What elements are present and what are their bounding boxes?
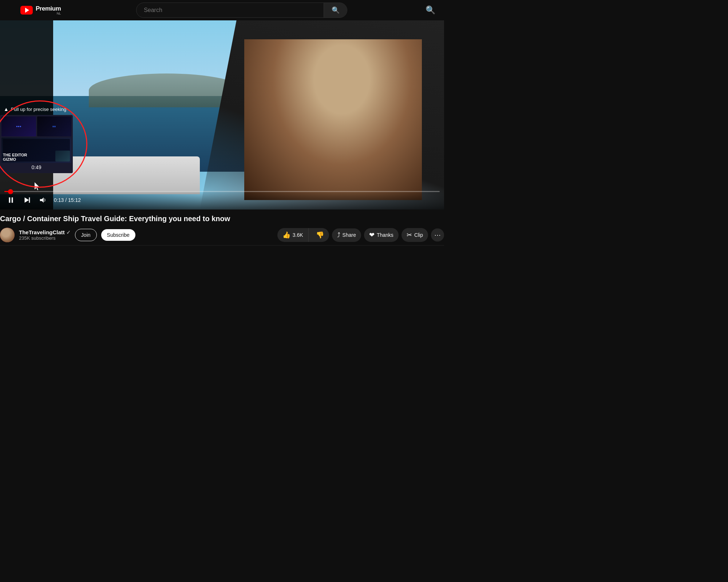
seek-hint-label: Pull up for precise seeking xyxy=(11,107,66,112)
search-input[interactable] xyxy=(136,4,324,16)
channel-info: TheTravelingClatt ✓ 235K subscribers Joi… xyxy=(0,228,274,242)
header: Premium NL 🔍 🔍 xyxy=(0,0,444,20)
search-bar: 🔍 xyxy=(136,3,347,18)
country-code: NL xyxy=(36,12,61,15)
search-button[interactable]: 🔍 xyxy=(324,3,347,17)
more-button[interactable]: ⋯ xyxy=(431,228,444,242)
time-display: 0:13 / 15:12 xyxy=(54,197,81,203)
search-icon: 🔍 xyxy=(426,5,435,15)
seek-thumb-text: THE EDITOR GIZMO xyxy=(3,153,27,162)
volume-button[interactable] xyxy=(36,194,50,207)
verified-icon: ✓ xyxy=(66,230,71,235)
subscribe-button[interactable]: Subscribe xyxy=(101,229,135,241)
share-button[interactable]: ⤴ Share xyxy=(332,228,361,242)
search-icon-button[interactable]: 🔍 xyxy=(423,3,438,18)
clip-icon: ✂ xyxy=(407,231,412,239)
svg-marker-2 xyxy=(25,198,29,203)
search-area: 🔍 xyxy=(67,3,417,18)
video-info: Cargo / Container Ship Travel Guide: Eve… xyxy=(0,210,444,246)
clip-button[interactable]: ✂ Clip xyxy=(401,228,428,242)
next-icon xyxy=(23,196,31,204)
svg-rect-0 xyxy=(9,198,11,203)
seek-hint-text: ▲ Pull up for precise seeking xyxy=(0,105,73,113)
channel-name[interactable]: TheTravelingClatt ✓ xyxy=(19,229,71,235)
logo[interactable]: Premium NL xyxy=(20,5,61,15)
clip-label: Clip xyxy=(414,232,423,238)
pause-icon xyxy=(7,196,15,204)
volume-icon xyxy=(39,196,47,204)
subscriber-count: 235K subscribers xyxy=(19,235,71,241)
thanks-button[interactable]: ❤ Thanks xyxy=(364,228,399,242)
brand-name: Premium xyxy=(36,5,61,12)
pause-button[interactable] xyxy=(4,194,17,207)
channel-name-text: TheTravelingClatt xyxy=(19,229,65,235)
video-actions: TheTravelingClatt ✓ 235K subscribers Joi… xyxy=(0,228,444,242)
youtube-logo-icon xyxy=(20,6,33,15)
share-icon: ⤴ xyxy=(337,231,340,239)
svg-marker-4 xyxy=(40,198,44,203)
seek-thumb-2: ■■ xyxy=(37,116,72,136)
thanks-icon: ❤ xyxy=(369,231,375,239)
join-button[interactable]: Join xyxy=(75,229,97,241)
seek-thumb-gizmo: GIZMO xyxy=(3,157,27,162)
total-time: 15:12 xyxy=(68,197,81,203)
more-icon: ⋯ xyxy=(434,231,441,239)
header-left: Premium NL xyxy=(6,5,61,15)
like-button[interactable]: 👍 3.6K xyxy=(277,228,309,242)
avatar-image xyxy=(0,228,15,242)
person xyxy=(244,39,422,200)
channel-text: TheTravelingClatt ✓ 235K subscribers xyxy=(19,229,71,241)
dislike-icon: 👎 xyxy=(316,231,324,239)
search-icon: 🔍 xyxy=(332,6,340,14)
brand-text: Premium NL xyxy=(36,5,61,15)
next-button[interactable] xyxy=(20,194,33,207)
like-count: 3.6K xyxy=(293,232,303,238)
svg-rect-3 xyxy=(29,198,30,203)
seek-thumbnail-popup: ▲ Pull up for precise seeking ●●● ■■ THE… xyxy=(0,105,73,173)
action-buttons: 👍 3.6K 👎 ⤴ Share ❤ Thanks ✂ Clip xyxy=(277,228,444,242)
header-right: 🔍 xyxy=(423,3,438,18)
thanks-label: Thanks xyxy=(377,232,393,238)
time-separator: / xyxy=(65,197,68,203)
video-player[interactable]: ▲ Pull up for precise seeking ●●● ■■ THE… xyxy=(0,20,444,210)
like-dislike-chip[interactable]: 👍 3.6K 👎 xyxy=(277,228,329,242)
share-label: Share xyxy=(343,232,356,238)
dislike-button[interactable]: 👎 xyxy=(311,228,329,242)
seek-thumb-editor: THE EDITOR xyxy=(3,153,27,157)
video-title: Cargo / Container Ship Travel Guide: Eve… xyxy=(0,214,444,223)
menu-button[interactable] xyxy=(6,6,15,15)
seek-thumbnails: ●●● ■■ THE EDITOR GIZMO 0:49 xyxy=(0,115,73,173)
cursor xyxy=(35,182,42,190)
seek-time-display: 0:49 xyxy=(1,163,71,172)
video-controls: 0:13 / 15:12 xyxy=(0,191,444,210)
channel-avatar[interactable] xyxy=(0,228,15,242)
seek-thumb-main: THE EDITOR GIZMO xyxy=(1,137,71,163)
svg-rect-1 xyxy=(12,198,13,203)
like-icon: 👍 xyxy=(282,231,290,239)
seek-thumb-1: ●●● xyxy=(1,116,36,136)
seek-hint-icon: ▲ xyxy=(4,106,9,112)
current-time: 0:13 xyxy=(54,197,64,203)
